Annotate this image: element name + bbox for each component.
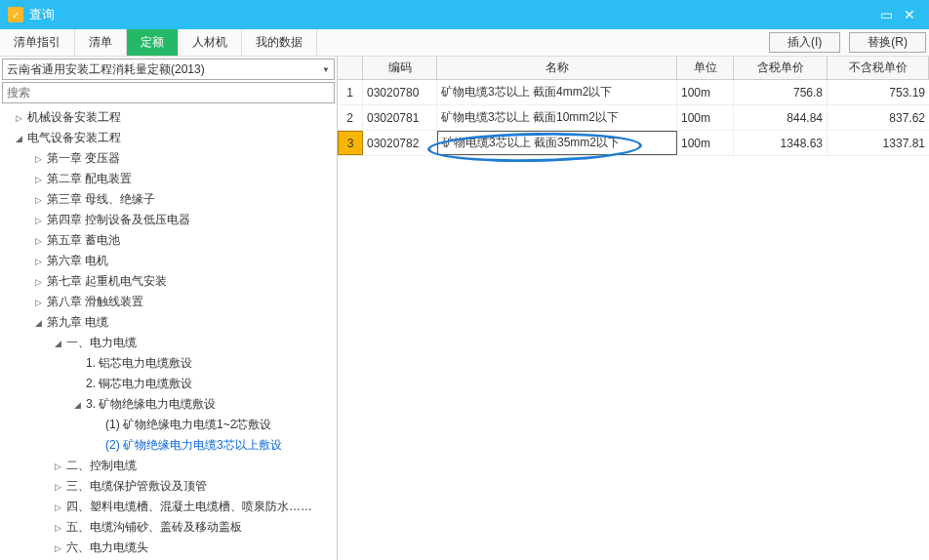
- cell-name[interactable]: 矿物电缆3芯以上 截面4mm2以下: [437, 80, 677, 104]
- cell-name[interactable]: 矿物电缆3芯以上 截面35mm2以下: [437, 131, 677, 155]
- header-unit[interactable]: 单位: [677, 57, 734, 79]
- tree-leaf[interactable]: 1. 铝芯电力电缆敷设: [0, 353, 337, 374]
- left-panel: 云南省通用安装工程消耗量定额(2013) ▼ ▷机械设备安装工程 ◢电气设备安装…: [0, 57, 338, 560]
- tree-node[interactable]: ◢3. 矿物绝缘电力电缆敷设: [0, 394, 337, 415]
- tree-node[interactable]: ▷机械设备安装工程: [0, 107, 337, 128]
- table-row[interactable]: 1 03020780 矿物电缆3芯以上 截面4mm2以下 100m 756.8 …: [338, 80, 929, 105]
- cell-unit[interactable]: 100m: [677, 131, 734, 155]
- tree-node[interactable]: ▷第五章 蓄电池: [0, 230, 337, 251]
- expand-icon[interactable]: ▷: [33, 257, 43, 266]
- tree-node[interactable]: ▷第八章 滑触线装置: [0, 292, 337, 312]
- grid-body: 1 03020780 矿物电缆3芯以上 截面4mm2以下 100m 756.8 …: [338, 80, 929, 560]
- row-index: 3: [338, 131, 363, 155]
- cell-code[interactable]: 03020782: [363, 131, 437, 155]
- titlebar: ✓ 查询 ▭ ✕: [0, 0, 929, 29]
- norm-dropdown[interactable]: 云南省通用安装工程消耗量定额(2013) ▼: [2, 59, 335, 80]
- cell-unit[interactable]: 100m: [677, 105, 734, 130]
- table-row[interactable]: 2 03020781 矿物电缆3芯以上 截面10mm2以下 100m 844.8…: [338, 105, 929, 131]
- expand-icon[interactable]: ▷: [53, 543, 62, 553]
- replace-button[interactable]: 替换(R): [849, 32, 926, 53]
- insert-button[interactable]: 插入(I): [769, 32, 840, 53]
- tree-node[interactable]: ◢电气设备安装工程: [0, 128, 337, 148]
- blank-icon: [92, 441, 101, 451]
- tree[interactable]: ▷机械设备安装工程 ◢电气设备安装工程 ▷第一章 变压器 ▷第二章 配电装置 ▷…: [0, 105, 337, 560]
- tab-list[interactable]: 清单: [75, 29, 127, 56]
- close-button[interactable]: ✕: [898, 3, 921, 26]
- tree-node[interactable]: ▷第七章 起重机电气安装: [0, 271, 337, 292]
- collapse-icon[interactable]: ◢: [33, 318, 43, 328]
- tab-resource[interactable]: 人材机: [179, 29, 242, 56]
- blank-icon: [72, 380, 82, 389]
- cell-unit[interactable]: 100m: [677, 80, 734, 104]
- cell-price-notax[interactable]: 1337.81: [828, 131, 929, 155]
- blank-icon: [92, 420, 101, 430]
- expand-icon[interactable]: ▷: [33, 298, 43, 307]
- tree-node[interactable]: ▷五、电缆沟铺砂、盖砖及移动盖板: [0, 517, 337, 538]
- header-name[interactable]: 名称: [437, 57, 677, 79]
- collapse-icon[interactable]: ◢: [53, 339, 62, 348]
- header-price-tax[interactable]: 含税单价: [734, 57, 828, 79]
- cell-price-tax[interactable]: 1348.63: [734, 131, 828, 155]
- tabbar: 清单指引 清单 定额 人材机 我的数据 插入(I) 替换(R): [0, 29, 929, 57]
- main: 云南省通用安装工程消耗量定额(2013) ▼ ▷机械设备安装工程 ◢电气设备安装…: [0, 57, 929, 560]
- cell-name[interactable]: 矿物电缆3芯以上 截面10mm2以下: [437, 105, 677, 130]
- cell-code[interactable]: 03020780: [363, 80, 437, 104]
- app-icon: ✓: [8, 7, 23, 22]
- cell-code[interactable]: 03020781: [363, 105, 437, 130]
- header-index[interactable]: [338, 57, 363, 79]
- row-index: 2: [338, 105, 363, 130]
- cell-price-tax[interactable]: 756.8: [734, 80, 828, 104]
- chevron-down-icon: ▼: [322, 65, 330, 74]
- expand-icon[interactable]: ▷: [53, 502, 62, 512]
- expand-icon[interactable]: ▷: [33, 277, 43, 287]
- tree-node[interactable]: ▷六、电力电缆头: [0, 538, 337, 558]
- search-input[interactable]: [7, 86, 330, 100]
- tree-node[interactable]: ▷第四章 控制设备及低压电器: [0, 210, 337, 230]
- minimize-button[interactable]: ▭: [874, 3, 898, 26]
- expand-icon[interactable]: ▷: [53, 482, 62, 492]
- expand-icon[interactable]: ▷: [53, 461, 62, 471]
- collapse-icon[interactable]: ◢: [72, 400, 82, 410]
- expand-icon[interactable]: ▷: [33, 175, 43, 184]
- grid-header: 编码 名称 单位 含税单价 不含税单价: [338, 57, 929, 80]
- expand-icon[interactable]: ▷: [33, 195, 43, 205]
- tree-node[interactable]: ◢一、电力电缆: [0, 333, 337, 353]
- tree-node[interactable]: ▷三、电缆保护管敷设及顶管: [0, 476, 337, 497]
- header-code[interactable]: 编码: [363, 57, 437, 79]
- tree-leaf[interactable]: (1) 矿物绝缘电力电缆1~2芯敷设: [0, 415, 337, 435]
- blank-icon: [72, 359, 82, 369]
- right-panel: 编码 名称 单位 含税单价 不含税单价 1 03020780 矿物电缆3芯以上 …: [338, 57, 929, 560]
- tree-node[interactable]: ▷第二章 配电装置: [0, 169, 337, 189]
- expand-icon[interactable]: ▷: [33, 154, 43, 164]
- tree-node[interactable]: ▷第三章 母线、绝缘子: [0, 189, 337, 210]
- cell-price-tax[interactable]: 844.84: [734, 105, 828, 130]
- tree-node[interactable]: ▷四、塑料电缆槽、混凝土电缆槽、喷泉防水……: [0, 497, 337, 517]
- tree-node[interactable]: ▷二、控制电缆: [0, 456, 337, 476]
- tree-leaf-selected[interactable]: (2) 矿物绝缘电力电缆3芯以上敷设: [0, 435, 337, 456]
- collapse-icon[interactable]: ◢: [14, 134, 23, 143]
- tree-node[interactable]: ◢第九章 电缆: [0, 312, 337, 333]
- tree-node[interactable]: ▷第六章 电机: [0, 251, 337, 271]
- cell-price-notax[interactable]: 753.19: [828, 80, 929, 104]
- tab-list-guide[interactable]: 清单指引: [0, 29, 75, 56]
- tree-node[interactable]: ▷第一章 变压器: [0, 148, 337, 169]
- header-price-notax[interactable]: 不含税单价: [828, 57, 929, 79]
- table-row-selected[interactable]: 3 03020782 矿物电缆3芯以上 截面35mm2以下 100m 1348.…: [338, 131, 929, 156]
- expand-icon[interactable]: ▷: [14, 113, 23, 123]
- search-box[interactable]: [2, 82, 335, 103]
- expand-icon[interactable]: ▷: [53, 523, 62, 533]
- tab-mydata[interactable]: 我的数据: [242, 29, 317, 56]
- tree-leaf[interactable]: 2. 铜芯电力电缆敷设: [0, 374, 337, 394]
- cell-price-notax[interactable]: 837.62: [828, 105, 929, 130]
- tab-quota[interactable]: 定额: [127, 29, 179, 56]
- expand-icon[interactable]: ▷: [33, 236, 43, 246]
- norm-dropdown-label: 云南省通用安装工程消耗量定额(2013): [7, 61, 322, 78]
- expand-icon[interactable]: ▷: [33, 216, 43, 225]
- row-index: 1: [338, 80, 363, 104]
- window-title: 查询: [29, 6, 874, 23]
